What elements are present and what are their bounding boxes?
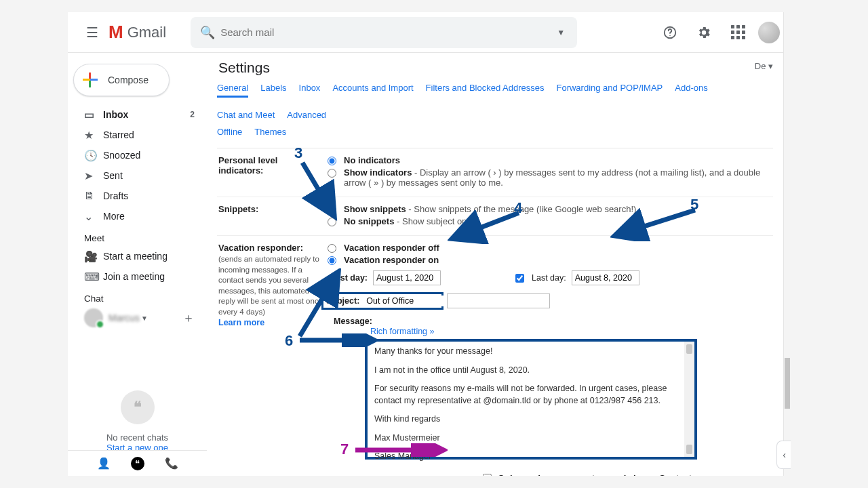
search-input[interactable] (215, 26, 545, 38)
no-indicators-text: No indicators (344, 155, 400, 165)
sidebar-item-label: Starred (103, 129, 134, 140)
rich-formatting-link[interactable]: Rich formatting » (370, 327, 434, 336)
person-icon[interactable]: 👤 (97, 457, 111, 470)
tab-labels[interactable]: Labels (260, 83, 286, 98)
sidebar-item-label: Start a meeting (103, 251, 167, 262)
join-meeting[interactable]: ⌨ Join a meeting (68, 266, 207, 287)
tab-inbox[interactable]: Inbox (299, 83, 321, 98)
vacation-on-text: Vacation responder on (344, 255, 439, 265)
language-switch[interactable]: De ▾ (755, 61, 773, 71)
sidebar-item-snoozed[interactable]: 🕓 Snoozed (68, 145, 207, 165)
message-textarea[interactable]: Many thanks for your message! I am not i… (374, 346, 681, 470)
phone-icon[interactable]: 📞 (165, 457, 178, 470)
video-icon: 🎥 (84, 250, 103, 263)
first-day-input[interactable] (373, 270, 441, 285)
msg-line: Sales Manager (374, 451, 681, 463)
top-bar: ☰ M Gmail 🔍 ▼ (68, 12, 791, 53)
sidebar-item-label: More (103, 211, 125, 222)
file-icon: 🗎 (84, 190, 103, 202)
tab-general[interactable]: General (217, 83, 248, 98)
tab-accounts[interactable]: Accounts and Import (332, 83, 413, 98)
message-scrollbar[interactable] (684, 342, 694, 457)
personal-level-label: Personal level indicators: (217, 155, 324, 190)
tab-filters[interactable]: Filters and Blocked Addresses (426, 83, 545, 98)
show-snippets-desc: - Show snippets of the message (like Goo… (406, 204, 639, 214)
tab-advanced[interactable]: Advanced (287, 110, 326, 123)
chevron-down-icon: ⌄ (84, 210, 103, 223)
no-recent-chats: ❝ No recent chats Start a new one (68, 390, 207, 453)
settings-gear-icon[interactable] (690, 19, 717, 46)
subject-input-extension[interactable] (447, 293, 550, 308)
google-apps-icon[interactable] (724, 19, 751, 46)
scrollbar-thumb[interactable] (785, 358, 790, 409)
sidebar-footer: 👤 ❝ 📞 (68, 450, 207, 476)
message-box-highlight: Many thanks for your message! I am not i… (365, 339, 697, 460)
star-icon: ★ (84, 129, 103, 142)
show-indicators-radio[interactable] (328, 169, 336, 178)
vacation-row: Vacation responder: (sends an automated … (217, 236, 773, 476)
sidebar-item-drafts[interactable]: 🗎 Drafts (68, 186, 207, 206)
personal-level-row: Personal level indicators: No indicators… (217, 148, 773, 197)
sidebar-item-inbox[interactable]: ▭ Inbox 2 (68, 104, 207, 125)
snippets-label: Snippets: (217, 204, 324, 228)
page-scrollbar[interactable] (783, 12, 791, 476)
tab-themes[interactable]: Themes (254, 127, 286, 140)
compose-button[interactable]: Compose (73, 64, 170, 96)
send-icon: ➤ (84, 169, 103, 182)
inbox-count: 2 (190, 110, 195, 119)
account-avatar[interactable] (758, 22, 780, 43)
no-recent-text: No recent chats (68, 432, 207, 443)
learn-more-link[interactable]: Learn more (218, 318, 264, 327)
last-day-checkbox[interactable] (515, 274, 524, 283)
start-meeting[interactable]: 🎥 Start a meeting (68, 246, 207, 266)
settings-tabs: General Labels Inbox Accounts and Import… (217, 83, 773, 148)
tab-forwarding[interactable]: Forwarding and POP/IMAP (556, 83, 663, 98)
msg-line: I am not in the office until August 8, 2… (374, 365, 681, 377)
vacation-label: Vacation responder: (sends an automated … (217, 243, 324, 476)
main-menu-button[interactable]: ☰ (79, 19, 106, 46)
show-snippets-text: Show snippets (344, 204, 406, 214)
sidebar-item-more[interactable]: ⌄ More (68, 206, 207, 226)
first-day-label: First day: (324, 273, 368, 283)
search-bar[interactable]: 🔍 ▼ (191, 17, 577, 48)
page-title: Settings (218, 60, 773, 76)
sidebar-item-sent[interactable]: ➤ Sent (68, 165, 207, 186)
msg-line: With kind regards (374, 413, 681, 426)
tab-chat-meet[interactable]: Chat and Meet (217, 110, 275, 123)
tab-addons[interactable]: Add-ons (675, 83, 707, 98)
message-label: Message: (334, 317, 773, 326)
only-contacts-label: Only send a response to people in my Con… (498, 473, 696, 476)
msg-line: Max Mustermeier (374, 432, 681, 445)
gmail-logo[interactable]: M Gmail (108, 22, 166, 43)
clock-icon: 🕓 (84, 149, 103, 162)
last-day-input[interactable] (572, 270, 639, 285)
plus-icon (82, 72, 98, 88)
tab-offline[interactable]: Offline (217, 127, 242, 140)
hangouts-tab-icon[interactable]: ❝ (131, 457, 144, 470)
chat-section-header: Chat (68, 287, 207, 306)
show-snippets-radio[interactable] (328, 205, 336, 214)
last-day-label: Last day: (532, 273, 566, 283)
new-chat-button[interactable]: ＋ (182, 310, 195, 326)
msg-line: Many thanks for your message! (374, 346, 681, 358)
sidebar-item-label: Join a meeting (103, 271, 165, 282)
vacation-title: Vacation responder: (218, 243, 303, 253)
chat-status-caret-icon[interactable]: ▼ (141, 314, 148, 322)
snippets-row: Snippets: Show snippets - Show snippets … (217, 197, 773, 236)
vacation-on-radio[interactable] (328, 256, 336, 265)
side-panel-toggle[interactable]: ‹ (776, 441, 791, 469)
sidebar-item-starred[interactable]: ★ Starred (68, 125, 207, 145)
no-indicators-radio[interactable] (328, 157, 336, 165)
compose-label: Compose (108, 75, 149, 85)
no-snippets-radio[interactable] (328, 218, 336, 226)
search-options-caret[interactable]: ▼ (545, 28, 577, 37)
vacation-off-radio[interactable] (328, 244, 336, 253)
no-snippets-text: No snippets (344, 216, 394, 226)
only-contacts-checkbox[interactable] (483, 474, 492, 476)
sidebar-item-label: Inbox (103, 109, 128, 120)
hangouts-icon: ❝ (121, 390, 155, 424)
search-icon: 🔍 (200, 25, 215, 40)
chat-user-row[interactable]: Marcus ▼ ＋ (68, 306, 207, 329)
support-icon[interactable] (656, 19, 684, 46)
sidebar-item-label: Drafts (103, 190, 128, 201)
